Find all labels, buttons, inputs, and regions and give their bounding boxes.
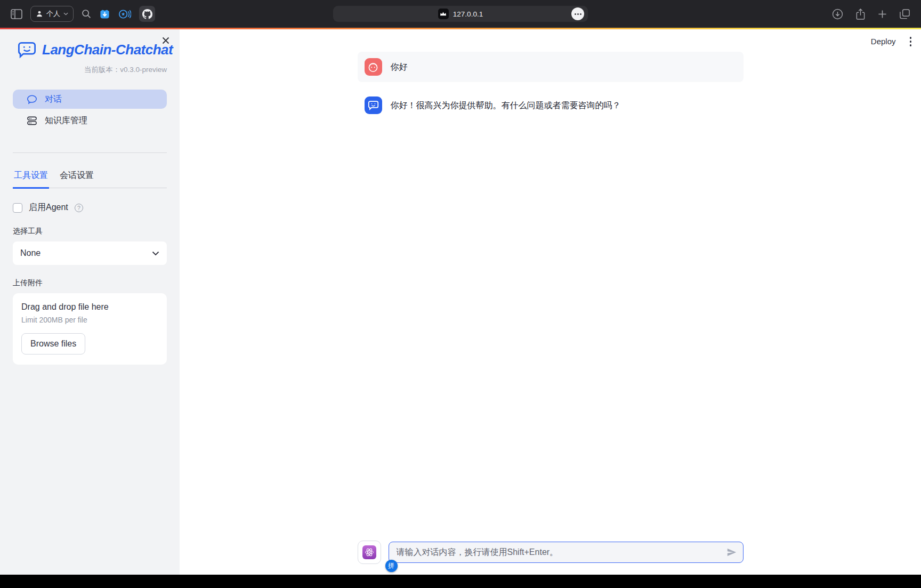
nav-item-knowledge-base[interactable]: 知识库管理 xyxy=(13,111,167,130)
profile-label: 个人 xyxy=(46,9,60,19)
nav-item-label: 知识库管理 xyxy=(45,115,87,126)
person-icon xyxy=(36,10,43,18)
app-body: LangChain-Chatchat 当前版本：v0.3.0-preview 对… xyxy=(0,29,921,575)
brand: LangChain-Chatchat xyxy=(13,41,167,59)
chevron-down-icon xyxy=(152,251,159,256)
bottom-black-bar xyxy=(0,575,921,588)
address-bar[interactable]: 127.0.0.1 xyxy=(333,6,588,22)
site-favicon xyxy=(438,9,449,19)
sidebar-divider xyxy=(13,152,167,153)
menu-kebab-icon[interactable] xyxy=(909,36,913,47)
sidebar-toggle-icon[interactable] xyxy=(11,9,22,19)
screen: 个人 xyxy=(0,0,921,588)
new-tab-icon[interactable] xyxy=(878,10,887,19)
toolbar-right-group xyxy=(832,0,910,28)
chevron-down-icon xyxy=(63,12,68,15)
extension-rings-icon[interactable] xyxy=(118,9,131,20)
upload-label: 上传附件 xyxy=(13,278,167,288)
send-icon[interactable] xyxy=(726,547,737,557)
settings-tabs: 工具设置 会话设置 xyxy=(13,170,167,188)
agent-checkbox[interactable] xyxy=(13,203,22,213)
database-icon xyxy=(27,116,37,126)
brand-title: LangChain-Chatchat xyxy=(42,42,173,58)
chat-input[interactable] xyxy=(389,542,744,563)
chat-message-list: 你好 你好！很高兴为你提供帮助。有什么问题或者需要咨询的吗？ xyxy=(358,52,744,120)
main-content: Deploy 你好 xyxy=(180,29,921,575)
sidebar-nav: 对话 知识库管理 xyxy=(13,90,167,130)
sidebar-close-button[interactable] xyxy=(161,36,170,45)
help-icon[interactable]: ? xyxy=(75,204,83,212)
tab-session-settings[interactable]: 会话设置 xyxy=(59,170,95,188)
user-avatar xyxy=(365,58,382,76)
chat-bubble-icon xyxy=(27,94,37,104)
agent-checkbox-label: 启用Agent xyxy=(29,202,68,213)
tool-select[interactable]: None xyxy=(13,241,167,265)
github-icon[interactable] xyxy=(139,6,155,22)
browse-files-button[interactable]: Browse files xyxy=(21,333,85,355)
ime-pinyin-badge: 拼 xyxy=(385,560,398,572)
extension-downloader-icon[interactable] xyxy=(99,9,110,20)
url-text: 127.0.0.1 xyxy=(453,10,483,18)
page-options-button[interactable] xyxy=(571,7,584,20)
uploader-limit: Limit 200MB per file xyxy=(21,316,158,324)
tab-overview-icon[interactable] xyxy=(899,9,910,20)
version-label: 当前版本：v0.3.0-preview xyxy=(13,65,167,75)
chat-message-user: 你好 xyxy=(358,52,744,82)
nav-item-dialogue[interactable]: 对话 xyxy=(13,90,167,109)
chat-message-assistant: 你好！很高兴为你提供帮助。有什么问题或者需要咨询的吗？ xyxy=(358,90,744,120)
share-icon[interactable] xyxy=(855,8,866,20)
model-settings-button[interactable] xyxy=(358,541,381,564)
downloads-icon[interactable] xyxy=(832,9,843,20)
toolbar-left-group: 个人 xyxy=(0,6,155,22)
message-text: 你好！很高兴为你提供帮助。有什么问题或者需要咨询的吗？ xyxy=(391,96,621,114)
tool-select-value: None xyxy=(20,248,41,258)
chatchat-logo-icon xyxy=(17,41,37,59)
message-text: 你好 xyxy=(391,58,408,76)
uploader-instructions: Drag and drop file here xyxy=(21,302,158,312)
tab-group-button[interactable]: 个人 xyxy=(30,6,74,22)
deploy-button[interactable]: Deploy xyxy=(871,37,896,46)
sidebar: LangChain-Chatchat 当前版本：v0.3.0-preview 对… xyxy=(0,29,180,575)
nav-item-label: 对话 xyxy=(45,94,62,105)
streamlit-header: Deploy xyxy=(871,36,912,47)
tool-select-label: 选择工具 xyxy=(13,227,167,236)
atom-icon xyxy=(362,545,376,559)
assistant-avatar xyxy=(365,96,382,114)
enable-agent-row: 启用Agent ? xyxy=(13,202,167,213)
browser-toolbar: 个人 xyxy=(0,0,921,28)
search-icon[interactable] xyxy=(82,9,91,19)
chat-input-row: 拼 xyxy=(358,541,744,564)
chat-input-container: 拼 xyxy=(389,542,744,563)
file-uploader-dropzone[interactable]: Drag and drop file here Limit 200MB per … xyxy=(13,293,167,365)
tab-tool-settings[interactable]: 工具设置 xyxy=(13,170,49,189)
